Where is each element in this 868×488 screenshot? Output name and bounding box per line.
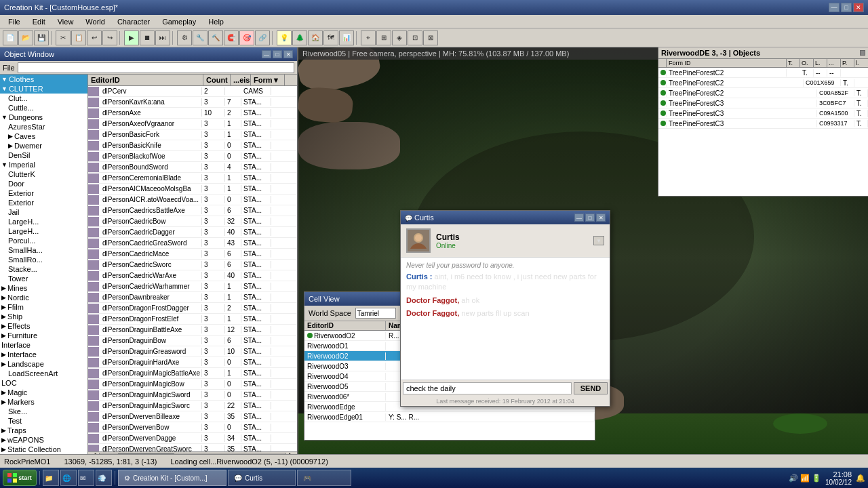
tb-map[interactable]: 🗺 bbox=[323, 30, 338, 45]
list-item[interactable]: dlPersonCaedricSworc36STA... bbox=[88, 260, 297, 270]
menu-file[interactable]: File bbox=[3, 16, 26, 27]
list-item[interactable]: dlPersonAxe102STA... bbox=[88, 108, 297, 119]
tb-chart[interactable]: 📊 bbox=[339, 30, 354, 45]
col-count[interactable]: Count bbox=[203, 75, 231, 85]
tb-link[interactable]: 🔗 bbox=[255, 30, 270, 45]
col-refs[interactable]: ...eis bbox=[231, 75, 251, 85]
list-item[interactable]: dlPersonCaedricWarhammer31STA... bbox=[88, 281, 297, 292]
menu-world[interactable]: World bbox=[80, 16, 111, 27]
rp-row[interactable]: TreePineForestC3 3C0BFC7 T. bbox=[658, 98, 868, 108]
col-editorid[interactable]: EditorID bbox=[88, 75, 203, 85]
tb-extra5[interactable]: ⊠ bbox=[423, 30, 438, 45]
tree-item-interface1[interactable]: Interface bbox=[0, 340, 87, 350]
tb-tree[interactable]: 🌲 bbox=[292, 30, 307, 45]
tree-item-door[interactable]: Door bbox=[0, 179, 87, 188]
tree-item-densil[interactable]: DenSil bbox=[0, 150, 87, 160]
list-item[interactable]: dlPersonDraguinMagicSworc322STA... bbox=[88, 401, 297, 411]
list-item[interactable]: dlPersonDraguinMagicBattleAxe31STA... bbox=[88, 368, 297, 379]
tb-extra4[interactable]: ⊡ bbox=[408, 30, 422, 45]
list-item[interactable]: dlPersonDragonFrostDagger32STA... bbox=[88, 303, 297, 314]
tb-hammer[interactable]: 🔨 bbox=[208, 30, 223, 45]
tb-target[interactable]: 🎯 bbox=[239, 30, 254, 45]
taskbar-explorer[interactable]: 📁 bbox=[43, 470, 59, 486]
close-btn[interactable]: ✕ bbox=[853, 3, 864, 12]
filter-input[interactable] bbox=[18, 62, 294, 73]
rp-row[interactable]: TreePineForestC2 T. -- -- bbox=[658, 68, 868, 78]
list-item[interactable]: dlPersonDraguinMagicSword30STA... bbox=[88, 390, 297, 401]
tb-redo[interactable]: ↪ bbox=[102, 30, 117, 45]
list-item[interactable]: dlPersonAICR.atoWoaecdVoa...30STA... bbox=[88, 195, 297, 205]
tree-item-clutterk[interactable]: ClutterK bbox=[0, 169, 87, 179]
tree-item-ske[interactable]: Ske... bbox=[0, 407, 87, 416]
list-item[interactable]: dlPersonCaedricBow332STA... bbox=[88, 216, 297, 227]
tree-item-imperial[interactable]: ▼Imperial bbox=[0, 160, 87, 169]
taskbar-messenger[interactable]: 💬 Curtis bbox=[228, 470, 296, 486]
maximize-btn[interactable]: □ bbox=[841, 3, 852, 12]
tree-item-loc[interactable]: LOC bbox=[0, 378, 87, 388]
taskbar-browser[interactable]: 🌐 bbox=[60, 470, 77, 486]
tree-item-exterior2[interactable]: Exterior bbox=[0, 198, 87, 207]
rp-col-formid[interactable]: Form ID bbox=[667, 59, 787, 67]
list-item[interactable]: dlPersonDragonFrostElef31STA... bbox=[88, 314, 297, 325]
tree-item-jail[interactable]: Jail bbox=[0, 207, 87, 217]
tree-item-stacke[interactable]: Stacke... bbox=[0, 264, 87, 274]
tree-item-markers[interactable]: ▶Markers bbox=[0, 397, 87, 407]
tree-item-largeh2[interactable]: LargeH... bbox=[0, 226, 87, 236]
taskbar-steam[interactable]: 💨 bbox=[96, 470, 112, 486]
list-item[interactable]: dlPersonKavrKa:ana37STA... bbox=[88, 97, 297, 108]
tb-copy[interactable]: 📋 bbox=[71, 30, 86, 45]
taskbar-notify-icon[interactable]: 🔔 bbox=[856, 474, 865, 483]
list-item[interactable]: dlPersonDraguinHardAxe30STA... bbox=[88, 357, 297, 368]
tb-next[interactable]: ⏭ bbox=[155, 30, 170, 45]
tb-light[interactable]: 💡 bbox=[277, 30, 292, 45]
list-item[interactable]: dlPersonDwervenBow30STA... bbox=[88, 422, 297, 433]
list-item[interactable]: dlPersonBasicKnife30STA... bbox=[88, 140, 297, 151]
tree-item-loadscreen[interactable]: LoadScreenArt bbox=[0, 369, 87, 378]
tree-item-porcul[interactable]: Porcul... bbox=[0, 236, 87, 245]
chat-options-btn[interactable]: ▼ bbox=[593, 236, 604, 245]
tree-item-exterior1[interactable]: Exterior bbox=[0, 188, 87, 198]
chat-minimize-btn[interactable]: — bbox=[574, 214, 584, 222]
list-item[interactable]: dlPersonDraguinBow36STA... bbox=[88, 336, 297, 346]
tb-undo[interactable]: ↩ bbox=[87, 30, 102, 45]
tb-cut[interactable]: ✂ bbox=[56, 30, 71, 45]
tree-item-weapons[interactable]: ▶wEAPONS bbox=[0, 435, 87, 445]
list-item[interactable]: dlPCerv2CAMS bbox=[88, 86, 297, 97]
taskbar-creation-kit[interactable]: ⚙ Creation Kit - [Custom...] bbox=[118, 470, 226, 486]
chat-send-button[interactable]: SEND bbox=[574, 382, 608, 394]
list-item[interactable]: dlPersonBasicFork31STA... bbox=[88, 129, 297, 140]
start-button[interactable]: start bbox=[3, 470, 37, 486]
obj-win-maximize[interactable]: □ bbox=[273, 50, 282, 58]
tree-item-caves[interactable]: ▶Caves bbox=[0, 131, 87, 141]
tree-item-landscape[interactable]: ▶Landscape bbox=[0, 359, 87, 369]
tb-stop[interactable]: ⏹ bbox=[140, 30, 155, 45]
tree-item-ffilm[interactable]: ▶Ffilm bbox=[0, 302, 87, 312]
list-item[interactable]: dlPersonCaedricDagger340STA... bbox=[88, 227, 297, 238]
world-space-input[interactable] bbox=[355, 308, 396, 319]
tb-wrench[interactable]: 🔧 bbox=[193, 30, 208, 45]
list-item[interactable]: dlPersonCeremonialBlade31STA... bbox=[88, 173, 297, 184]
tb-extra1[interactable]: ⌖ bbox=[361, 30, 376, 45]
tb-magnet[interactable]: 🧲 bbox=[224, 30, 239, 45]
chat-maximize-btn[interactable]: □ bbox=[585, 214, 595, 222]
tree-item-magic[interactable]: ▶Magic bbox=[0, 388, 87, 397]
list-item[interactable]: dlPersonDwervenBilleaxe335STA... bbox=[88, 411, 297, 422]
tree-item-interface2[interactable]: ▶Interface bbox=[0, 350, 87, 359]
menu-view[interactable]: View bbox=[52, 16, 79, 27]
tree-item-clut[interactable]: Clut... bbox=[0, 94, 87, 103]
menu-gameplay[interactable]: Gameplay bbox=[157, 16, 201, 27]
tb-play[interactable]: ▶ bbox=[124, 30, 139, 45]
chat-input[interactable] bbox=[403, 382, 572, 394]
tree-item-cuttle[interactable]: Cuttle... bbox=[0, 103, 87, 113]
obj-win-minimize[interactable]: — bbox=[262, 50, 271, 58]
list-item[interactable]: dlPersonDraguinMagicBow30STA... bbox=[88, 379, 297, 390]
list-item[interactable]: dlPersonAICMaceooMolsgBa31STA... bbox=[88, 184, 297, 195]
list-item[interactable]: dlPersonCaedricMace36STA... bbox=[88, 249, 297, 260]
obj-win-close[interactable]: ✕ bbox=[283, 50, 293, 58]
tree-item-dungeons[interactable]: ▼Dungeons bbox=[0, 113, 87, 122]
list-item[interactable]: dlPersonBoundSword34STA... bbox=[88, 162, 297, 173]
list-item[interactable]: dlPersonDawnbreaker31STA... bbox=[88, 292, 297, 303]
tree-item-furniture[interactable]: ▶Furniture bbox=[0, 331, 87, 340]
tree-item-effects[interactable]: ▶Effects bbox=[0, 321, 87, 331]
taskbar-extra[interactable]: 🎮 bbox=[297, 470, 351, 486]
